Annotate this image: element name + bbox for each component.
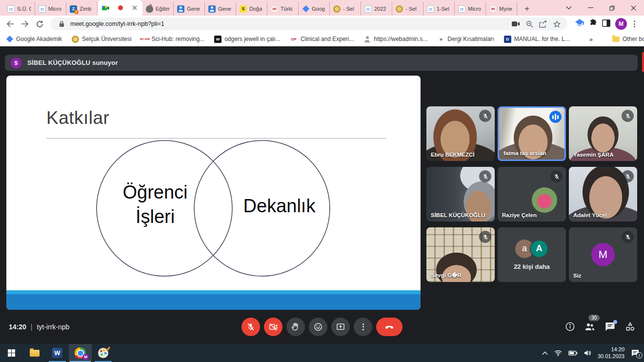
document-favicon — [7, 5, 15, 13]
volume-icon[interactable] — [584, 350, 591, 356]
more-participants-tile[interactable]: a A 22 kişi daha — [498, 227, 566, 282]
browser-tab[interactable]: Eğitim — [142, 2, 174, 16]
reload-button[interactable] — [33, 18, 46, 30]
raise-hand-button[interactable] — [286, 318, 305, 336]
participant-name: Ebru BEKMEZCİ — [431, 152, 474, 158]
bookmark-star-icon[interactable] — [552, 19, 562, 29]
lock-icon[interactable] — [57, 19, 66, 29]
browser-tab[interactable]: 1-Sel — [423, 2, 455, 16]
participant-tile[interactable]: Raziye Çelen — [498, 167, 566, 221]
document-favicon — [39, 5, 46, 13]
battery-icon[interactable] — [568, 350, 578, 356]
window-minimize-button[interactable] — [580, 0, 601, 16]
forward-button[interactable] — [19, 18, 31, 30]
browser-tab[interactable]: Micro — [35, 2, 66, 16]
browser-tab[interactable]: Micro — [455, 2, 486, 16]
chrome-button[interactable]: M — [69, 344, 92, 362]
new-tab-button[interactable]: + — [520, 2, 534, 16]
tab-label: 2022 — [374, 6, 386, 12]
google-meet-main: S SİBEL KÜÇÜKOĞLU sunuyor Katkılar Öğren… — [0, 46, 644, 344]
browser-tab[interactable]: SDoğa — [236, 2, 267, 16]
bookmark-item[interactable]: Selçuk Üniversitesi — [72, 36, 131, 43]
tab-search-chevron-icon[interactable] — [558, 0, 580, 16]
mic-off-icon — [622, 110, 634, 122]
bookmark-item[interactable]: Google Akademik — [6, 36, 62, 43]
chrome-menu-icon[interactable] — [632, 19, 637, 29]
bookmark-item[interactable]: SCI HUBSci-Hub: removing... — [141, 36, 204, 43]
bookmark-label: MANUAL. for the. L... — [514, 36, 570, 42]
bookmark-label: Selçuk Üniversitesi — [82, 36, 131, 42]
chat-panel-button[interactable] — [604, 321, 616, 333]
participant-tile[interactable]: Yasemin ŞARA — [569, 106, 637, 161]
action-center-button[interactable]: 1 — [631, 349, 639, 357]
participant-tile[interactable]: Adalet Yücel — [569, 167, 637, 221]
scholar-extension-icon[interactable] — [575, 19, 584, 29]
bookmark-item[interactable]: https://webadmin.s... — [363, 36, 427, 43]
presenting-text: SİBEL KÜÇÜKOĞLU sunuyor — [27, 59, 118, 66]
camera-in-use-icon[interactable] — [511, 19, 521, 29]
bookmark-item[interactable]: DMANUAL. for the. L... — [504, 36, 570, 43]
window-maximize-button[interactable] — [601, 0, 623, 16]
browser-tab[interactable]: Goog — [299, 2, 330, 16]
browser-tab[interactable]: mMyne — [486, 2, 517, 16]
recording-indicator-icon — [118, 5, 123, 10]
share-icon[interactable] — [538, 19, 548, 29]
mic-toggle-button[interactable] — [242, 318, 260, 336]
taskbar-clock[interactable]: 14:20 30.01.2023 — [598, 346, 624, 360]
back-button[interactable] — [4, 18, 17, 30]
meeting-details-button[interactable] — [564, 321, 576, 333]
venn-right-label: Dekanlık — [227, 194, 332, 218]
presenting-banner: S SİBEL KÜÇÜKOĞLU sunuyor — [5, 55, 638, 71]
file-explorer-button[interactable] — [23, 344, 46, 362]
browser-tab[interactable]: - Sel — [330, 2, 361, 16]
dp-icon: DP — [290, 36, 298, 43]
browser-tab[interactable]: Gene — [174, 2, 205, 16]
participant-tile[interactable]: SİBEL KÜÇÜKOĞLU — [426, 167, 495, 221]
word-button[interactable]: W — [46, 344, 69, 362]
browser-tab[interactable]: mTürki — [267, 2, 299, 16]
browser-tab[interactable]: S.Ü. C — [4, 2, 35, 16]
extensions-puzzle-icon[interactable] — [589, 19, 597, 29]
browser-tab[interactable]: - Sel — [392, 2, 423, 16]
browser-tab-meet-active[interactable] — [98, 0, 142, 16]
profile-avatar[interactable]: M — [615, 18, 627, 30]
bookmark-item[interactable]: Wodgers jewell in çalı... — [214, 36, 281, 43]
participant-tile[interactable]: Sevgi G�R — [426, 227, 495, 282]
end-call-button[interactable] — [376, 318, 402, 336]
self-tile[interactable]: M Siz — [569, 227, 637, 282]
mic-off-icon — [479, 231, 491, 243]
participant-grid: Ebru BEKMEZCİ fatma taş arslan Yasemin Ş… — [426, 106, 638, 282]
other-bookmarks-button[interactable]: Other bookmarks — [612, 36, 644, 42]
zoom-out-icon[interactable] — [524, 19, 534, 29]
browser-tab[interactable]: Gene — [205, 2, 236, 16]
browser-tab[interactable]: 2022 — [361, 2, 392, 16]
participant-tile-speaking[interactable]: fatma taş arslan — [498, 106, 566, 161]
wifi-icon[interactable] — [554, 350, 562, 356]
more-options-button[interactable] — [354, 318, 372, 336]
participant-tile[interactable]: Ebru BEKMEZCİ — [426, 106, 495, 161]
apple-favicon — [146, 5, 153, 13]
bookmarks-overflow-button[interactable]: » — [589, 36, 593, 43]
m-favicon: m — [271, 5, 278, 13]
paint-button[interactable] — [92, 344, 115, 362]
camera-toggle-button[interactable] — [264, 318, 282, 336]
participants-panel-button[interactable]: 30 — [584, 321, 596, 333]
side-panel-icon[interactable] — [602, 20, 610, 29]
activities-button[interactable] — [624, 321, 636, 333]
present-screen-button[interactable] — [331, 318, 350, 336]
start-button[interactable] — [0, 344, 23, 362]
tray-chevron-up-icon[interactable] — [542, 351, 548, 355]
tab-label: Gene — [187, 6, 200, 12]
bookmark-item[interactable]: DPClinical and Experi... — [290, 36, 354, 43]
more-options-icon — [361, 322, 366, 332]
mic-off-icon — [479, 170, 491, 182]
bookmark-item[interactable]: »Dergi Kısaltmaları — [437, 36, 494, 43]
google-meet-favicon — [102, 4, 109, 12]
url-text[interactable]: meet.google.com/tyt-irrk-npb?pli=1 — [70, 20, 507, 27]
paint-icon — [98, 348, 108, 358]
reactions-button[interactable] — [309, 318, 327, 336]
browser-tab[interactable]: Z3Zimb — [66, 2, 98, 16]
address-bar[interactable]: meet.google.com/tyt-irrk-npb?pli=1 — [51, 18, 567, 30]
window-close-button[interactable] — [623, 0, 644, 16]
tab-close-icon[interactable] — [131, 4, 138, 11]
